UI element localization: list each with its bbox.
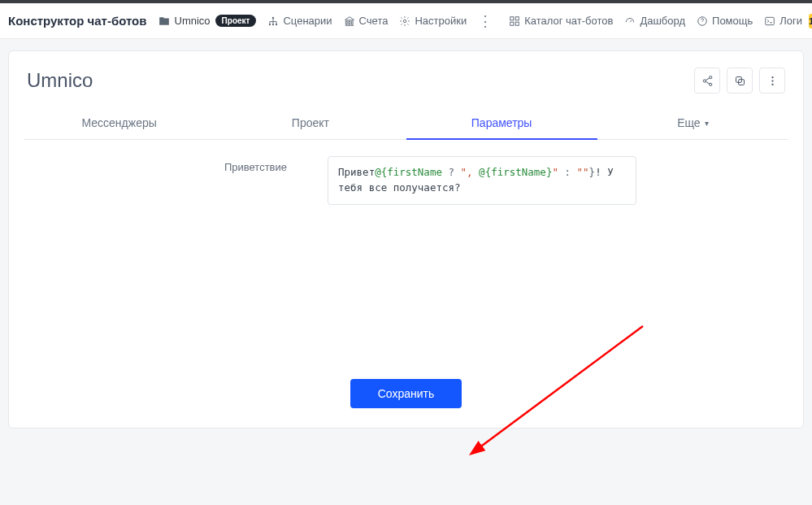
share-icon xyxy=(701,75,714,87)
svg-point-0 xyxy=(272,16,274,18)
svg-point-16 xyxy=(771,76,773,78)
card-more-button[interactable] xyxy=(759,67,785,94)
gear-icon xyxy=(399,15,410,27)
topbar-more-menu[interactable]: ⋮ xyxy=(478,15,493,27)
copy-icon xyxy=(734,75,746,87)
nav-logs-label: Логи xyxy=(779,15,802,27)
notifications-badge[interactable]: 1 xyxy=(809,14,812,28)
code-var: @{firstName xyxy=(375,166,442,178)
bank-icon xyxy=(344,15,355,27)
svg-rect-10 xyxy=(766,17,775,24)
project-badge: Проект xyxy=(215,15,257,27)
params-form: Приветствие Привет@{firstName ? ", @{fir… xyxy=(12,140,800,205)
nav-settings-label: Настройки xyxy=(415,15,467,27)
nav-scenarios[interactable]: Сценарии xyxy=(267,15,332,27)
nav-scenarios-label: Сценарии xyxy=(283,15,332,27)
greeting-input[interactable]: Привет@{firstName ? ", @{firstName}" : "… xyxy=(328,156,636,205)
gauge-icon xyxy=(624,15,636,27)
code-text: Привет xyxy=(338,166,375,178)
nav-catalog-label: Каталог чат-ботов xyxy=(524,15,613,27)
nav-catalog[interactable]: Каталог чат-ботов xyxy=(509,15,613,27)
share-button[interactable] xyxy=(694,67,720,94)
tab-params[interactable]: Параметры xyxy=(406,108,597,139)
code-op: } xyxy=(589,166,596,178)
app-brand: Конструктор чат-ботов xyxy=(8,14,147,28)
tab-messengers[interactable]: Мессенджеры xyxy=(24,108,215,139)
svg-point-2 xyxy=(272,23,274,24)
code-var: @{firstName} xyxy=(479,166,552,178)
nav-logs[interactable]: Логи xyxy=(764,15,802,27)
nav-dashboard[interactable]: Дашборд xyxy=(624,15,685,27)
svg-rect-7 xyxy=(510,22,514,25)
main-card: Umnico Мессенджеры Проект Параметры Еще … xyxy=(8,50,804,429)
greeting-label: Приветствие xyxy=(35,156,295,205)
svg-rect-8 xyxy=(515,22,519,25)
svg-point-13 xyxy=(709,83,711,85)
vertical-dots-icon xyxy=(766,75,779,87)
nav-help[interactable]: Помощь xyxy=(697,15,753,27)
code-str: " xyxy=(552,166,564,178)
folder-icon xyxy=(158,15,170,27)
svg-rect-5 xyxy=(510,16,514,20)
catalog-icon xyxy=(509,15,520,27)
code-op: ? xyxy=(442,166,461,178)
nav-accounts-label: Счета xyxy=(359,15,389,27)
svg-point-3 xyxy=(276,23,277,24)
help-icon xyxy=(697,15,708,27)
tabs: Мессенджеры Проект Параметры Еще ▾ xyxy=(24,108,788,140)
svg-point-17 xyxy=(771,80,773,81)
save-button[interactable]: Сохранить xyxy=(350,379,462,408)
sitemap-icon xyxy=(267,15,279,27)
nav-accounts[interactable]: Счета xyxy=(344,15,389,27)
code-str: "" xyxy=(577,166,589,178)
chevron-down-icon: ▾ xyxy=(705,119,709,128)
nav-dashboard-label: Дашборд xyxy=(640,15,685,27)
svg-point-11 xyxy=(709,76,711,78)
nav-settings[interactable]: Настройки xyxy=(399,15,467,27)
copy-button[interactable] xyxy=(727,67,753,94)
page-title: Umnico xyxy=(27,69,93,92)
svg-point-1 xyxy=(269,23,271,24)
top-navbar: Конструктор чат-ботов Umnico Проект Сцен… xyxy=(0,3,812,39)
terminal-icon xyxy=(764,15,775,27)
code-str: ", xyxy=(461,166,480,178)
project-name-crumb: Umnico xyxy=(175,15,211,27)
svg-point-18 xyxy=(771,83,773,85)
code-op: : xyxy=(564,166,576,178)
svg-point-4 xyxy=(404,20,407,23)
svg-rect-6 xyxy=(515,16,519,20)
svg-point-12 xyxy=(703,79,706,81)
nav-help-label: Помощь xyxy=(712,15,753,27)
tab-more-label: Еще xyxy=(677,116,701,129)
tab-project[interactable]: Проект xyxy=(215,108,406,139)
breadcrumb[interactable]: Umnico Проект xyxy=(158,15,257,27)
tab-more[interactable]: Еще ▾ xyxy=(597,108,788,139)
